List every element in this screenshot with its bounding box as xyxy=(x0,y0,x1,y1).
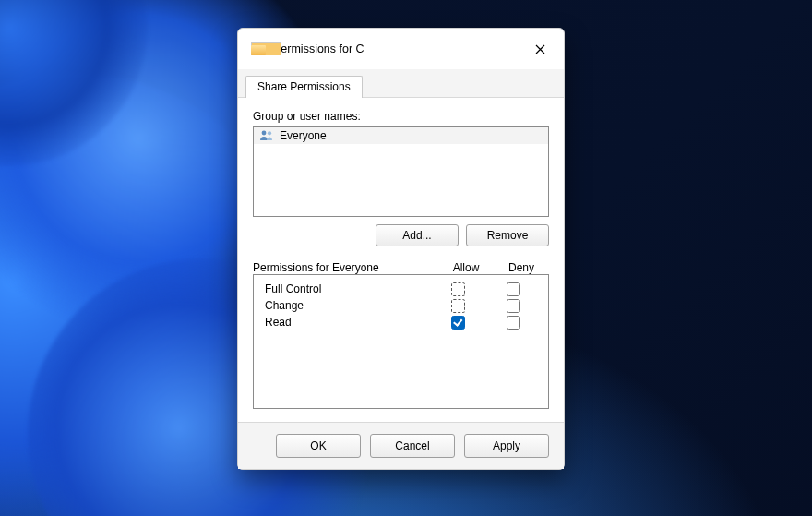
principal-name: Everyone xyxy=(280,129,327,142)
column-allow: Allow xyxy=(438,261,494,274)
permission-name: Read xyxy=(261,316,430,329)
permission-name: Full Control xyxy=(261,282,430,295)
column-deny: Deny xyxy=(494,261,549,274)
deny-checkbox-full-control[interactable] xyxy=(507,282,520,296)
allow-checkbox-change[interactable] xyxy=(451,299,465,313)
folder-icon xyxy=(251,42,266,55)
apply-button[interactable]: Apply xyxy=(464,434,549,458)
svg-point-1 xyxy=(268,131,271,135)
tab-strip: Share Permissions xyxy=(238,69,564,98)
ok-button[interactable]: OK xyxy=(276,434,361,458)
cancel-button[interactable]: Cancel xyxy=(370,434,455,458)
principal-row[interactable]: Everyone xyxy=(254,127,548,144)
tab-share-permissions[interactable]: Share Permissions xyxy=(245,76,363,98)
deny-checkbox-read[interactable] xyxy=(507,316,520,330)
permission-row: Read xyxy=(261,314,541,330)
permission-row: Change xyxy=(261,297,541,314)
svg-point-0 xyxy=(262,131,267,136)
permissions-dialog: Permissions for C Share Permissions Grou… xyxy=(237,28,565,470)
dialog-title: Permissions for C xyxy=(273,42,521,55)
allow-checkbox-full-control[interactable] xyxy=(451,282,465,296)
dialog-footer: OK Cancel Apply xyxy=(238,422,564,469)
users-icon xyxy=(259,129,274,142)
permission-row: Full Control xyxy=(261,281,541,297)
group-label: Group or user names: xyxy=(253,110,549,123)
permission-name: Change xyxy=(261,299,430,312)
permissions-for-label: Permissions for Everyone xyxy=(253,261,438,274)
desktop-wallpaper: Permissions for C Share Permissions Grou… xyxy=(0,0,812,516)
remove-button[interactable]: Remove xyxy=(466,224,549,246)
tab-body: Group or user names: Everyone Add xyxy=(238,98,564,422)
add-button[interactable]: Add... xyxy=(376,224,459,246)
allow-checkbox-read[interactable] xyxy=(451,316,465,330)
titlebar: Permissions for C xyxy=(238,29,564,69)
close-button[interactable] xyxy=(521,35,558,63)
close-icon xyxy=(535,44,545,54)
permissions-listbox: Full Control Change Read xyxy=(253,274,549,409)
principals-listbox[interactable]: Everyone xyxy=(253,126,549,217)
deny-checkbox-change[interactable] xyxy=(507,299,520,313)
